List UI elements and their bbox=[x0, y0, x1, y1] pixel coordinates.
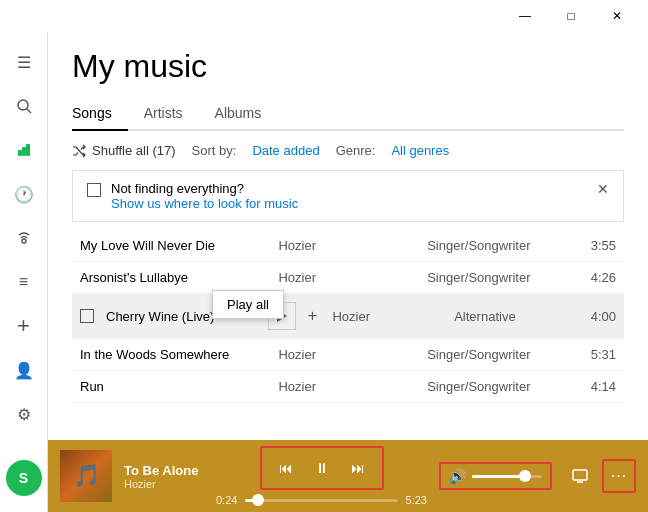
genre-label: Genre: bbox=[336, 143, 376, 158]
now-playing-bar: 🎵 To Be Alone Hozier ⏮ ⏸ ⏭ 0:24 bbox=[48, 440, 648, 512]
next-button[interactable]: ⏭ bbox=[342, 452, 374, 484]
svg-rect-2 bbox=[18, 150, 22, 156]
song-duration: 4:00 bbox=[576, 309, 616, 324]
screen-mode-button[interactable] bbox=[564, 460, 596, 492]
page-title: My music bbox=[72, 48, 624, 85]
sidebar-item-search[interactable] bbox=[4, 86, 44, 126]
song-name: Arsonist's Lullabye bbox=[80, 270, 278, 285]
sort-label: Sort by: bbox=[192, 143, 237, 158]
minimize-button[interactable]: — bbox=[502, 0, 548, 32]
sort-value[interactable]: Date added bbox=[252, 143, 319, 158]
song-checkbox[interactable] bbox=[80, 309, 94, 323]
song-name: In the Woods Somewhere bbox=[80, 347, 278, 362]
table-row[interactable]: My Love Will Never Die Hozier Singer/Son… bbox=[72, 230, 624, 262]
sidebar-item-menu[interactable]: ☰ bbox=[4, 42, 44, 82]
song-name: Run bbox=[80, 379, 278, 394]
svg-point-5 bbox=[22, 239, 26, 243]
svg-rect-7 bbox=[573, 470, 587, 480]
pause-button[interactable]: ⏸ bbox=[306, 452, 338, 484]
banner-content: Not finding everything? Show us where to… bbox=[87, 181, 298, 211]
app-container: ☰ 🕐 ≡ + 👤 ⚙ S bbox=[0, 32, 648, 512]
song-genre: Singer/Songwriter bbox=[427, 347, 576, 362]
progress-thumb bbox=[252, 494, 264, 506]
tab-songs[interactable]: Songs bbox=[72, 97, 128, 131]
song-genre: Alternative bbox=[454, 309, 576, 324]
table-row[interactable]: In the Woods Somewhere Hozier Singer/Son… bbox=[72, 339, 624, 371]
album-art: 🎵 bbox=[60, 450, 112, 502]
maximize-button[interactable]: □ bbox=[548, 0, 594, 32]
banner-link[interactable]: Show us where to look for music bbox=[111, 196, 298, 211]
song-list: My Love Will Never Die Hozier Singer/Son… bbox=[48, 230, 648, 440]
previous-button[interactable]: ⏮ bbox=[270, 452, 302, 484]
track-artist: Hozier bbox=[124, 478, 204, 490]
more-options-button[interactable]: ··· bbox=[602, 459, 636, 493]
volume-fill bbox=[472, 475, 525, 478]
table-row[interactable]: Run Hozier Singer/Songwriter 4:14 bbox=[72, 371, 624, 403]
song-artist: Hozier bbox=[278, 238, 427, 253]
title-bar: — □ ✕ bbox=[0, 0, 648, 32]
content-header: My music Songs Artists Albums bbox=[48, 32, 648, 131]
sidebar-item-spotify[interactable]: S bbox=[6, 460, 42, 496]
song-artist: Hozier bbox=[278, 347, 427, 362]
progress-bar-section: 0:24 5:23 bbox=[216, 494, 427, 506]
shuffle-label: Shuffle all (17) bbox=[92, 143, 176, 158]
radio-icon bbox=[16, 230, 32, 246]
genre-value[interactable]: All genres bbox=[391, 143, 449, 158]
banner-close-button[interactable]: ✕ bbox=[597, 181, 609, 197]
sidebar-item-radio[interactable] bbox=[4, 218, 44, 258]
banner-checkbox[interactable] bbox=[87, 183, 101, 197]
progress-section: ⏮ ⏸ ⏭ 0:24 5:23 bbox=[216, 446, 427, 506]
song-duration: 5:31 bbox=[576, 347, 616, 362]
right-controls: ··· bbox=[564, 459, 636, 493]
play-all-popup[interactable]: Play all bbox=[212, 290, 284, 319]
track-info: To Be Alone Hozier bbox=[124, 463, 204, 490]
song-duration: 3:55 bbox=[576, 238, 616, 253]
sidebar-item-profile[interactable]: 👤 bbox=[4, 350, 44, 390]
add-to-playlist-button[interactable]: + bbox=[300, 304, 324, 328]
music-icon bbox=[16, 142, 32, 158]
track-name: To Be Alone bbox=[124, 463, 204, 478]
svg-point-0 bbox=[18, 100, 28, 110]
volume-thumb bbox=[519, 470, 531, 482]
tab-albums[interactable]: Albums bbox=[215, 97, 278, 131]
toolbar: Shuffle all (17) Sort by: Date added Gen… bbox=[48, 131, 648, 170]
album-art-image: 🎵 bbox=[60, 450, 112, 502]
banner: Not finding everything? Show us where to… bbox=[72, 170, 624, 222]
screen-icon bbox=[572, 469, 588, 483]
sidebar-item-add[interactable]: + bbox=[4, 306, 44, 346]
volume-track[interactable] bbox=[472, 475, 542, 478]
song-artist: Hozier bbox=[332, 309, 454, 324]
song-artist: Hozier bbox=[278, 379, 427, 394]
playback-controls: ⏮ ⏸ ⏭ bbox=[260, 446, 384, 490]
svg-rect-4 bbox=[26, 144, 30, 156]
table-row[interactable]: Arsonist's Lullabye Hozier Singer/Songwr… bbox=[72, 262, 624, 294]
banner-text: Not finding everything? Show us where to… bbox=[111, 181, 298, 211]
sidebar-item-music[interactable] bbox=[4, 130, 44, 170]
close-button[interactable]: ✕ bbox=[594, 0, 640, 32]
sidebar-item-settings[interactable]: ⚙ bbox=[4, 394, 44, 434]
search-icon bbox=[16, 98, 32, 114]
sidebar-item-recent[interactable]: 🕐 bbox=[4, 174, 44, 214]
banner-title: Not finding everything? bbox=[111, 181, 298, 196]
song-artist: Hozier bbox=[278, 270, 427, 285]
song-genre: Singer/Songwriter bbox=[427, 379, 576, 394]
svg-rect-3 bbox=[22, 147, 26, 156]
main-content: My music Songs Artists Albums Shuffle al… bbox=[48, 32, 648, 512]
shuffle-all-button[interactable]: Shuffle all (17) bbox=[72, 143, 176, 158]
shuffle-icon bbox=[72, 144, 86, 158]
song-genre: Singer/Songwriter bbox=[427, 270, 576, 285]
volume-icon: 🔊 bbox=[449, 468, 466, 484]
sidebar-item-playlists[interactable]: ≡ bbox=[4, 262, 44, 302]
song-genre: Singer/Songwriter bbox=[427, 238, 576, 253]
progress-track[interactable] bbox=[245, 499, 397, 502]
song-duration: 4:26 bbox=[576, 270, 616, 285]
time-total: 5:23 bbox=[406, 494, 427, 506]
time-current: 0:24 bbox=[216, 494, 237, 506]
svg-line-1 bbox=[27, 109, 31, 113]
title-bar-controls: — □ ✕ bbox=[502, 0, 640, 32]
tab-artists[interactable]: Artists bbox=[144, 97, 199, 131]
sidebar: ☰ 🕐 ≡ + 👤 ⚙ S bbox=[0, 32, 48, 512]
song-duration: 4:14 bbox=[576, 379, 616, 394]
volume-section: 🔊 bbox=[439, 462, 552, 490]
table-row[interactable]: Cherry Wine (Live) + Hozier Alternative … bbox=[72, 294, 624, 339]
